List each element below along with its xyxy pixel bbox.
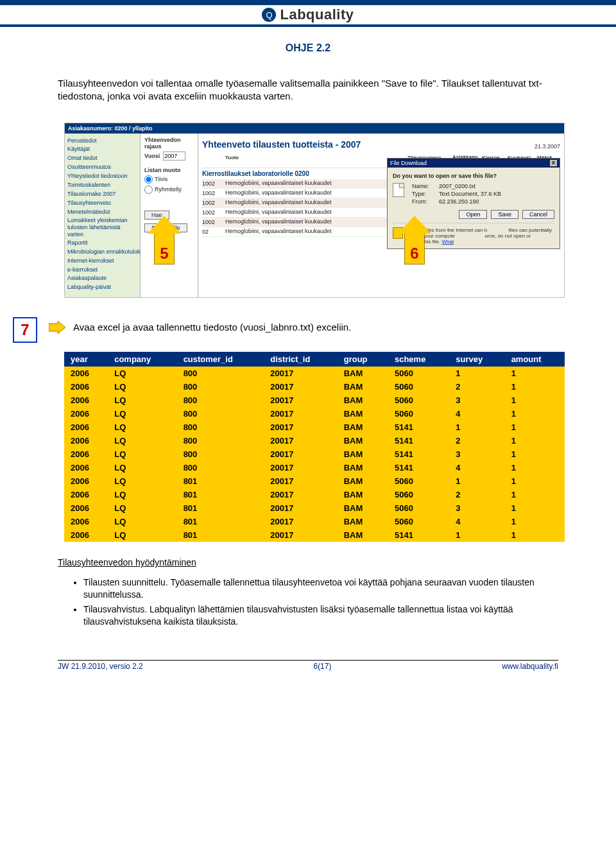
table-cell: BAM <box>338 488 388 501</box>
bullet-list: Tilausten suunnittelu. Työasemalle talle… <box>58 576 558 628</box>
table-cell: 800 <box>177 367 264 380</box>
nav-item[interactable]: Lomakkeet yleiskemian tulosten lähettämi… <box>67 217 137 239</box>
radio-tight[interactable] <box>144 175 153 184</box>
table-cell: 20017 <box>264 515 337 528</box>
nav-item[interactable]: Labquality-päivät <box>67 283 137 292</box>
table-cell: 2006 <box>64 474 108 488</box>
subheading: Tilausyhteenvedon hyödyntäminen <box>58 557 558 567</box>
table-cell: LQ <box>108 407 176 420</box>
nav-item[interactable]: Toimituskalenteri <box>67 181 137 190</box>
table-row: 2006LQ80020017BAM514111 <box>64 420 565 434</box>
step-7-box: 7 <box>13 317 37 343</box>
app-screenshot: Asiakasnumero: 0200 / yllapito Perustied… <box>64 123 565 299</box>
excel-col-header: scheme <box>388 352 449 367</box>
table-cell: 5141 <box>388 434 449 447</box>
dialog-warning-link[interactable]: What <box>441 239 454 245</box>
context-bar-label: Asiakasnumero: <box>68 125 113 132</box>
table-cell: 3 <box>449 501 504 515</box>
table-cell: 1 <box>449 528 504 542</box>
table-cell: 1 <box>505 501 565 515</box>
main-panel: Yhteenveto tilausten tuotteista - 2007 2… <box>198 134 564 298</box>
table-cell: LQ <box>108 380 176 394</box>
table-cell: 20017 <box>264 474 337 488</box>
close-icon[interactable]: X <box>550 160 557 166</box>
nav-item[interactable]: Menetelmätiedot <box>67 208 137 217</box>
excel-col-header: year <box>64 352 108 367</box>
table-cell: 5060 <box>388 367 449 380</box>
nav-item[interactable]: Asiakaspalaute <box>67 274 137 283</box>
table-cell: 1 <box>505 461 565 474</box>
excel-col-header: district_id <box>264 352 337 367</box>
table-cell: 4 <box>449 515 504 528</box>
nav-item[interactable]: Mikrobiologian ennakkotulokset <box>67 248 137 257</box>
table-cell: 1 <box>505 380 565 394</box>
radio-grouped[interactable] <box>144 186 153 194</box>
nav-item[interactable]: Osoitteenmuutos <box>67 163 137 172</box>
col-header <box>202 155 225 166</box>
table-cell: 1 <box>449 367 504 380</box>
table-cell: LQ <box>108 420 176 434</box>
file-from-label: From: <box>412 198 436 205</box>
table-row: 2006LQ80020017BAM514131 <box>64 447 565 461</box>
table-cell: 1 <box>505 434 565 447</box>
nav-item[interactable]: Tilausyhteenveto <box>67 199 137 208</box>
table-cell: 801 <box>177 474 264 488</box>
table-cell: BAM <box>338 394 388 407</box>
excel-col-header: company <box>108 352 176 367</box>
report-date: 21.3.2007 <box>535 143 560 150</box>
table-cell: LQ <box>108 474 176 488</box>
table-cell: 2006 <box>64 528 108 542</box>
table-cell: 2006 <box>64 367 108 380</box>
table-cell: 5060 <box>388 394 449 407</box>
filter-section-summary: Yhteenvedon rajaus <box>144 137 194 150</box>
table-cell: BAM <box>338 420 388 434</box>
dialog-warning-text: While files from the Internet can b file… <box>411 227 554 245</box>
year-input[interactable] <box>163 152 185 160</box>
nav-item[interactable]: Yhteystiedot tiedostoon <box>67 172 137 181</box>
table-cell: 20017 <box>264 528 337 542</box>
table-cell: BAM <box>338 447 388 461</box>
open-button[interactable]: Open <box>459 210 487 219</box>
table-cell: 5141 <box>388 461 449 474</box>
nav-item[interactable]: Omat tiedot <box>67 154 137 163</box>
table-cell: 20017 <box>264 501 337 515</box>
nav-item[interactable]: Raportit <box>67 239 137 248</box>
table-cell: 2006 <box>64 461 108 474</box>
table-cell: 20017 <box>264 380 337 394</box>
table-row: 2006LQ80020017BAM514141 <box>64 461 565 474</box>
table-cell: LQ <box>108 501 176 515</box>
table-cell: BAM <box>338 528 388 542</box>
table-cell: 1 <box>505 474 565 488</box>
table-cell: 801 <box>177 528 264 542</box>
radio-grouped-label: Ryhmitelty <box>155 186 182 193</box>
table-row: 2006LQ80020017BAM506041 <box>64 407 565 420</box>
brand-header: Q Labquality <box>0 5 616 27</box>
nav-item[interactable]: Tilauslomake 2007 <box>67 190 137 199</box>
table-cell: 20017 <box>264 367 337 380</box>
cancel-button[interactable]: Cancel <box>522 210 554 219</box>
nav-item[interactable]: e-kierrokset <box>67 266 137 275</box>
nav-item[interactable]: Käyttäjät <box>67 145 137 154</box>
top-stripe <box>0 0 616 5</box>
excel-data-table: yearcompanycustomer_iddistrict_idgroupsc… <box>64 352 565 542</box>
table-cell: 3 <box>449 447 504 461</box>
table-cell: 2006 <box>64 501 108 515</box>
nav-sidebar: PerustiedotKäyttäjätOmat tiedotOsoitteen… <box>65 134 141 298</box>
table-cell: 800 <box>177 380 264 394</box>
table-cell: 5141 <box>388 447 449 461</box>
table-cell: BAM <box>338 461 388 474</box>
table-cell: 5060 <box>388 501 449 515</box>
step-7-text: Avaa excel ja avaa tallennettu tiedosto … <box>73 321 351 334</box>
table-cell: 801 <box>177 488 264 501</box>
table-cell: 800 <box>177 407 264 420</box>
nav-item[interactable]: Perustiedot <box>67 137 137 146</box>
nav-item[interactable]: Internet-kierrokset <box>67 257 137 266</box>
table-cell: 801 <box>177 501 264 515</box>
table-cell: 2006 <box>64 434 108 447</box>
table-cell: BAM <box>338 434 388 447</box>
save-button[interactable]: Save <box>491 210 518 219</box>
svg-marker-0 <box>49 321 65 334</box>
file-name-label: Name: <box>412 183 436 189</box>
table-row: 2006LQ80120017BAM506011 <box>64 474 565 488</box>
table-cell: 20017 <box>264 394 337 407</box>
